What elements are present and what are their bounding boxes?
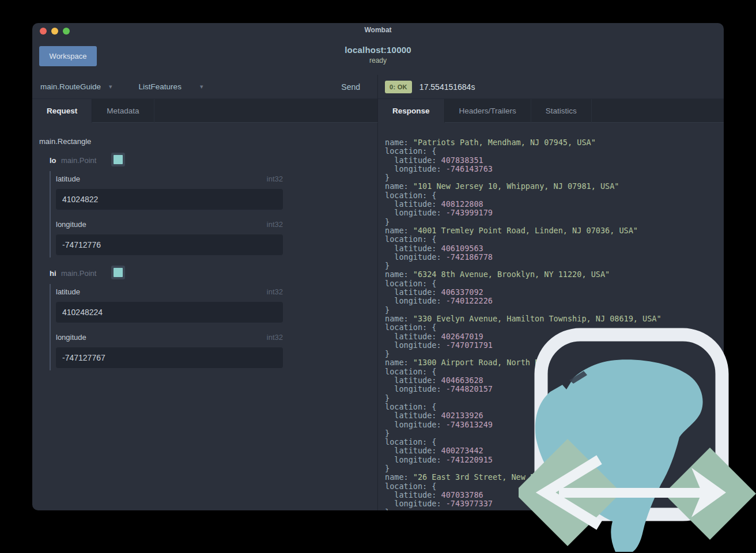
tab-headers-trailers[interactable]: Headers/Trailers — [445, 99, 531, 123]
service-select[interactable]: main.RouteGuide ▾ — [40, 82, 112, 91]
status-badge: 0: OK — [385, 81, 412, 93]
indent-guide — [50, 171, 51, 257]
arrow-shaft — [559, 488, 716, 498]
field-label: longitude — [56, 333, 86, 342]
service-select-value: main.RouteGuide — [40, 82, 101, 91]
field-type-label: int32 — [267, 287, 283, 296]
lo-latitude-input[interactable] — [56, 189, 283, 210]
request-bar: main.RouteGuide ▾ ListFeatures ▾ Send — [32, 75, 377, 99]
field-type-label: int32 — [267, 220, 283, 229]
response-tab-row: ResponseHeaders/TrailersStatistics — [377, 99, 724, 123]
field-type-label: int32 — [267, 333, 283, 342]
server-info: localhost:10000 ready — [205, 45, 551, 65]
field-name: hi — [50, 269, 56, 278]
method-select[interactable]: ListFeatures ▾ — [139, 82, 203, 91]
hi-longitude-input[interactable] — [56, 347, 283, 368]
field-label: latitude — [56, 287, 80, 296]
message-field-lo: lomain.Pointlatitudeint32longitudeint32 — [50, 153, 283, 256]
chevron-down-icon: ▾ — [200, 83, 203, 90]
message-type-label: main.Rectangle — [39, 137, 91, 146]
field-label-row: longitudeint32 — [56, 333, 283, 342]
lo-longitude-input[interactable] — [56, 234, 283, 255]
tab-statistics[interactable]: Statistics — [531, 99, 592, 123]
tab-response[interactable]: Response — [378, 99, 445, 123]
wombat-logo-watermark — [519, 323, 756, 553]
send-button[interactable]: Send — [341, 82, 360, 92]
chevron-down-icon: ▾ — [109, 83, 112, 90]
field-label: latitude — [56, 175, 80, 183]
indent-guide — [50, 284, 51, 370]
window-title: Wombat — [32, 26, 724, 34]
request-tab-row: RequestMetadata — [32, 99, 377, 123]
field-type: main.Point — [61, 156, 96, 165]
lo-enabled-checkbox[interactable] — [111, 153, 125, 166]
workspace-button[interactable]: Workspace — [39, 46, 97, 66]
field-label-row: latitudeint32 — [56, 287, 283, 296]
field-group-header: lomain.Point — [50, 153, 56, 167]
field-group-header: himain.Point — [50, 266, 56, 280]
tab-request[interactable]: Request — [32, 99, 92, 123]
field-label-row: longitudeint32 — [56, 220, 283, 229]
field-type-label: int32 — [267, 175, 283, 183]
title-bar: Wombat — [32, 23, 724, 38]
field-type: main.Point — [61, 269, 96, 278]
request-panel: main.Rectangle lomain.Pointlatitudeint32… — [32, 123, 377, 510]
field-name: lo — [50, 156, 56, 165]
field-label-row: latitudeint32 — [56, 175, 283, 183]
hi-latitude-input[interactable] — [56, 302, 283, 323]
field-label: longitude — [56, 220, 86, 229]
hi-enabled-checkbox[interactable] — [111, 266, 125, 279]
server-address: localhost:10000 — [205, 45, 551, 55]
server-status: ready — [205, 56, 551, 65]
response-bar: 0: OK 17.554151684s — [377, 75, 724, 99]
response-duration: 17.554151684s — [419, 82, 475, 92]
tab-metadata[interactable]: Metadata — [92, 99, 154, 123]
method-select-value: ListFeatures — [139, 82, 182, 91]
message-field-hi: himain.Pointlatitudeint32longitudeint32 — [50, 266, 283, 369]
